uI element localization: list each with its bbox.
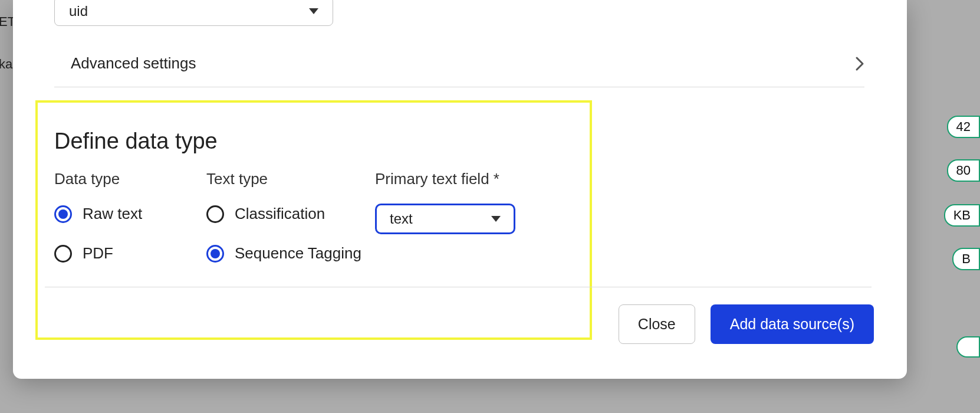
primary-field-value: text: [390, 211, 413, 227]
data-type-label: Data type: [54, 170, 196, 188]
primary-field-label: Primary text field *: [375, 170, 540, 188]
radio-pdf[interactable]: PDF: [54, 244, 196, 263]
advanced-settings-label: Advanced settings: [54, 54, 196, 73]
uid-select-value: uid: [69, 3, 88, 19]
radio-icon: [206, 245, 224, 263]
bg-text: ka: [0, 57, 12, 72]
primary-field-select[interactable]: text: [375, 204, 515, 234]
text-type-label: Text type: [206, 170, 366, 188]
bg-badge: [956, 336, 980, 358]
bg-badge: KB: [944, 204, 980, 227]
add-data-source-button[interactable]: Add data source(s): [711, 304, 874, 344]
modal-footer: Close Add data source(s): [619, 304, 874, 344]
radio-sequence-tagging[interactable]: Sequence Tagging: [206, 244, 366, 263]
section-title: Define data type: [54, 129, 218, 154]
uid-select[interactable]: uid: [54, 0, 333, 26]
caret-down-icon: [309, 8, 318, 14]
radio-icon: [206, 205, 224, 223]
radio-label: Sequence Tagging: [235, 244, 361, 263]
divider: [45, 287, 872, 287]
close-button[interactable]: Close: [619, 304, 695, 344]
radio-classification[interactable]: Classification: [206, 205, 366, 223]
radio-label: PDF: [83, 244, 113, 263]
bg-badge: 80: [947, 159, 980, 182]
radio-icon: [54, 205, 72, 223]
radio-label: Raw text: [83, 205, 142, 223]
primary-field-group: Primary text field * text: [375, 170, 540, 234]
modal-dialog: uid Advanced settings Define data type D…: [13, 0, 907, 379]
radio-raw-text[interactable]: Raw text: [54, 205, 196, 223]
bg-badge: 42: [947, 116, 980, 138]
radio-label: Classification: [235, 205, 325, 223]
radio-icon: [54, 245, 72, 263]
bg-badge: B: [952, 248, 980, 270]
text-type-group: Text type Classification Sequence Taggin…: [206, 170, 366, 284]
data-type-group: Data type Raw text PDF: [54, 170, 196, 284]
caret-down-icon: [491, 216, 501, 222]
chevron-right-icon: [855, 56, 864, 71]
advanced-settings-toggle[interactable]: Advanced settings: [54, 54, 864, 87]
